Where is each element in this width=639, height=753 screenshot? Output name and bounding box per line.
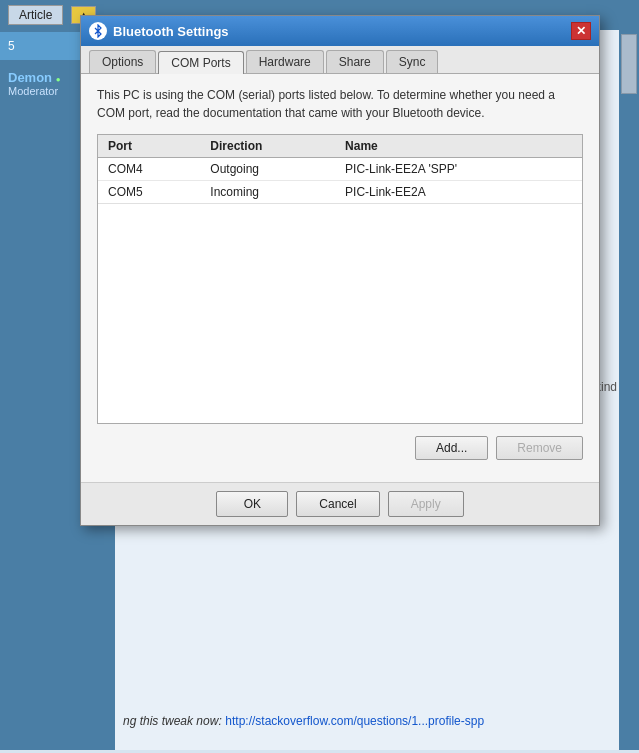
title-bar-left: Bluetooth Settings (89, 22, 229, 40)
tab-com-ports[interactable]: COM Ports (158, 51, 243, 74)
bg-scrollbar (621, 34, 637, 94)
table-row[interactable]: COM4 Outgoing PIC-Link-EE2A 'SPP' (98, 158, 582, 181)
cell-direction-1: Incoming (200, 181, 335, 204)
cell-name-0: PIC-Link-EE2A 'SPP' (335, 158, 582, 181)
info-text: This PC is using the COM (serial) ports … (97, 86, 583, 122)
apply-button[interactable]: Apply (388, 491, 464, 517)
title-bar: Bluetooth Settings ✕ (81, 16, 599, 46)
bg-article-tab: Article (8, 5, 63, 25)
ok-button[interactable]: OK (216, 491, 288, 517)
bottom-row: OK Cancel Apply (81, 482, 599, 525)
tab-bar: Options COM Ports Hardware Share Sync (81, 46, 599, 74)
close-button[interactable]: ✕ (571, 22, 591, 40)
col-header-direction: Direction (200, 135, 335, 158)
dialog-body: This PC is using the COM (serial) ports … (81, 74, 599, 482)
tab-share[interactable]: Share (326, 50, 384, 73)
action-row: Add... Remove (97, 436, 583, 460)
bg-link: http://stackoverflow.com/questions/1...p… (225, 714, 484, 728)
bluetooth-settings-dialog: Bluetooth Settings ✕ Options COM Ports H… (80, 15, 600, 526)
table-empty-area (98, 203, 582, 423)
col-header-port: Port (98, 135, 200, 158)
table-row[interactable]: COM5 Incoming PIC-Link-EE2A (98, 181, 582, 204)
dialog-title: Bluetooth Settings (113, 24, 229, 39)
tab-sync[interactable]: Sync (386, 50, 439, 73)
tab-hardware[interactable]: Hardware (246, 50, 324, 73)
col-header-name: Name (335, 135, 582, 158)
bg-right-bar (619, 30, 639, 750)
bg-bottom-text: ng this tweak now: http://stackoverflow.… (123, 712, 484, 730)
dialog-container: Bluetooth Settings ✕ Options COM Ports H… (80, 15, 600, 526)
cell-port-1: COM5 (98, 181, 200, 204)
add-button[interactable]: Add... (415, 436, 488, 460)
cell-name-1: PIC-Link-EE2A (335, 181, 582, 204)
cell-port-0: COM4 (98, 158, 200, 181)
cell-direction-0: Outgoing (200, 158, 335, 181)
remove-button[interactable]: Remove (496, 436, 583, 460)
ports-table-container: Port Direction Name COM4 Outgoing PIC-Li… (97, 134, 583, 424)
cancel-button[interactable]: Cancel (296, 491, 379, 517)
tab-options[interactable]: Options (89, 50, 156, 73)
bluetooth-icon (89, 22, 107, 40)
ports-table: Port Direction Name COM4 Outgoing PIC-Li… (98, 135, 582, 203)
